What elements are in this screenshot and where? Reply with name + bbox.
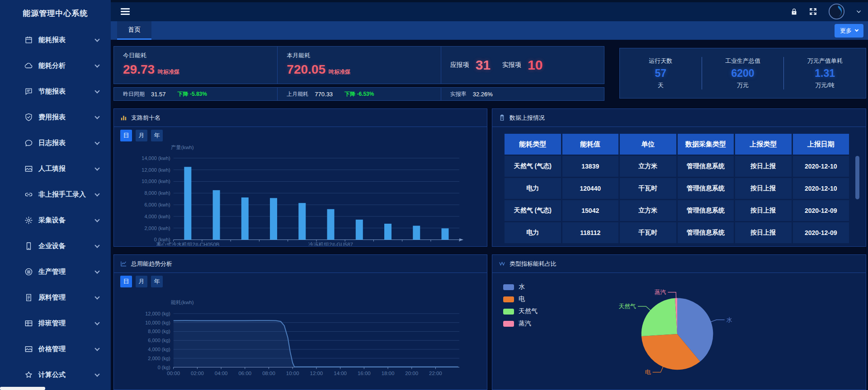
schedule-icon — [24, 319, 33, 328]
sidebar-menu: 能耗报表能耗分析节能报表费用报表日志报表人工填报非上报手工录入采集设备企业设备生… — [0, 27, 111, 388]
report-rate-value: 32.26% — [473, 91, 493, 98]
kpi-value: 6200 — [702, 67, 784, 80]
yesterday-trend: 下降 -5.83% — [178, 90, 207, 98]
pie-chart: 水电天然气蒸汽 — [492, 273, 866, 390]
sidebar-item-13[interactable]: 计算公式 — [0, 362, 111, 388]
sidebar-item-label: 日志报表 — [38, 139, 66, 147]
table-cell: 千瓦时 — [620, 178, 676, 199]
sidebar-item-2[interactable]: 节能报表 — [0, 79, 111, 104]
table-cell: 2020-12-10 — [793, 156, 849, 177]
sidebar-item-12[interactable]: 价格管理 — [0, 336, 111, 362]
bar — [298, 203, 306, 240]
period-tab-年[interactable]: 年 — [151, 276, 163, 287]
period-tab-月[interactable]: 月 — [136, 130, 147, 141]
chevron-down-icon[interactable] — [856, 9, 862, 14]
svg-text:6,000 (kg): 6,000 (kg) — [148, 338, 170, 343]
sidebar-item-label: 采集设备 — [38, 216, 66, 225]
sidebar-item-label: 人工填报 — [38, 164, 66, 173]
material-icon — [24, 293, 33, 302]
sidebar-item-label: 能耗报表 — [38, 36, 66, 44]
today-energy-label: 今日能耗 — [123, 52, 277, 60]
svg-text:6,000 (kwh): 6,000 (kwh) — [144, 202, 170, 207]
period-tab-年[interactable]: 年 — [151, 130, 163, 141]
svg-text:22:00: 22:00 — [429, 371, 442, 376]
fullscreen-icon[interactable] — [809, 7, 817, 16]
table-cell: 管理信息系统 — [678, 156, 734, 177]
pie-label: 电 — [645, 369, 651, 376]
sidebar-item-10[interactable]: 原料管理 — [0, 285, 111, 310]
bar — [413, 226, 420, 240]
sidebar-item-label: 费用报表 — [38, 113, 66, 122]
month-energy: 本月能耗 720.05 吨标准煤 — [277, 47, 440, 84]
table-header-cell: 单位 — [620, 134, 676, 155]
chevron-down-icon — [94, 268, 99, 273]
report-table: 能耗类型能耗值单位数据采集类型上报类型上报日期天然气 (气态)13839立方米管… — [503, 132, 850, 244]
bar — [327, 209, 335, 240]
more-button[interactable]: 更多 — [835, 24, 863, 38]
lastmonth-value: 770.33 — [315, 91, 333, 98]
sidebar-item-label: 企业设备 — [38, 242, 66, 250]
period-tab-月[interactable]: 月 — [136, 276, 147, 287]
sidebar-item-5[interactable]: 人工填报 — [0, 156, 111, 182]
bar — [213, 190, 220, 240]
user-avatar[interactable] — [828, 3, 845, 20]
period-tab-日[interactable]: 日 — [120, 276, 132, 287]
table-header-row: 能耗类型能耗值单位数据采集类型上报类型上报日期 — [505, 134, 849, 155]
pie-label: 水 — [726, 316, 732, 323]
horizontal-scrollbar-thumb[interactable] — [0, 387, 45, 390]
sidebar-item-0[interactable]: 能耗报表 — [0, 27, 111, 53]
energy-stats-bottom: 昨日同期 31.57 下降 -5.83% 上月能耗 770.33 下降 -6.5… — [113, 87, 604, 101]
chevron-down-icon — [94, 62, 99, 67]
hamburger-menu-icon[interactable] — [121, 7, 130, 16]
svg-text:06:00: 06:00 — [238, 371, 251, 376]
due-items-value: 31 — [476, 57, 491, 73]
tab-home[interactable]: 首页 — [117, 21, 151, 40]
sidebar-item-9[interactable]: 生产管理 — [0, 259, 111, 285]
svg-text:产量(kwh): 产量(kwh) — [171, 145, 194, 150]
kpi-card: 运行天数 57 天 工业生产总值 6200 万元 万元产值单耗 1.31 万元/… — [619, 48, 866, 99]
line-chart: 能耗(kwh)0 (kg)2,000 (kg)4,000 (kg)6,000 (… — [120, 297, 481, 383]
table-header-cell: 能耗值 — [562, 134, 619, 155]
sidebar-item-3[interactable]: 费用报表 — [0, 104, 111, 130]
table-cell: 千瓦时 — [620, 222, 676, 243]
bar-chart: 产量(kwh)0 (kwh)2,000 (kwh)4,000 (kwh)6,00… — [120, 143, 481, 247]
sidebar-item-11[interactable]: 排班管理 — [0, 310, 111, 336]
month-energy-value: 720.05 — [287, 62, 326, 77]
sidebar-item-6[interactable]: 非上报手工录入 — [0, 182, 111, 207]
chevron-down-icon — [94, 217, 99, 222]
bar — [356, 220, 363, 240]
table-cell: 15042 — [562, 200, 619, 221]
line-chart-svg: 能耗(kwh)0 (kg)2,000 (kg)4,000 (kg)6,000 (… — [120, 297, 481, 381]
svg-text:00:00: 00:00 — [167, 371, 180, 376]
log-report-icon — [24, 139, 33, 147]
sidebar-item-1[interactable]: 能耗分析 — [0, 53, 111, 79]
svg-text:04:00: 04:00 — [215, 371, 228, 376]
bar — [270, 198, 277, 240]
energy-trend-panel: 总用能趋势分析 日月年 能耗(kwh)0 (kg)2,000 (kg)4,000… — [113, 254, 487, 390]
period-tab-日[interactable]: 日 — [120, 130, 132, 141]
data-report-panel: 数据上报情况 能耗类型能耗值单位数据采集类型上报类型上报日期天然气 (气态)13… — [492, 108, 866, 247]
table-scrollbar-thumb[interactable] — [855, 156, 859, 199]
sidebar-item-8[interactable]: 企业设备 — [0, 233, 111, 259]
svg-text:10,000 (kg): 10,000 (kg) — [145, 320, 170, 325]
bar-chart-svg: 产量(kwh)0 (kwh)2,000 (kwh)4,000 (kwh)6,00… — [120, 143, 481, 246]
content: 今日能耗 29.73 吨标准煤 本月能耗 720.05 吨标准煤 — [111, 40, 868, 390]
panel-header: 支路前十名 — [114, 109, 487, 127]
table-header-cell: 上报日期 — [793, 134, 849, 155]
table-row: 天然气 (气态)15042立方米管理信息系统按日上报2020-12-09 — [505, 200, 849, 221]
lock-icon[interactable] — [790, 8, 798, 16]
report-icon — [24, 36, 33, 44]
svg-text:16:00: 16:00 — [358, 371, 371, 376]
type-ratio-panel: 类型指标能耗占比 水电天然气蒸汽 水电天然气蒸汽 — [492, 254, 866, 390]
kpi-unit: 天 — [620, 81, 702, 89]
sidebar-item-label: 价格管理 — [38, 345, 66, 353]
kpi-unit-consumption: 万元产值单耗 1.31 万元/吨 — [783, 57, 866, 89]
chevron-down-icon — [94, 371, 99, 376]
sidebar-item-4[interactable]: 日志报表 — [0, 130, 111, 156]
sidebar-item-7[interactable]: 采集设备 — [0, 207, 111, 233]
table-cell: 立方米 — [620, 200, 676, 221]
lastmonth-compare: 上月能耗 770.33 下降 -6.53% — [277, 88, 440, 100]
month-energy-unit: 吨标准煤 — [329, 68, 350, 76]
topbar-actions — [790, 3, 862, 20]
table-cell: 13839 — [562, 156, 619, 177]
